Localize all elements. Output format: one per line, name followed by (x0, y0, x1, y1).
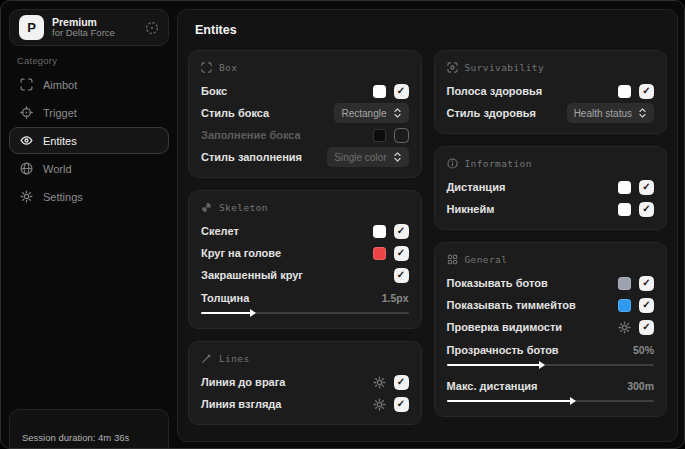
checkbox[interactable] (639, 298, 654, 313)
card-box: Box Бокс Стиль бокса Rectangle (188, 50, 422, 178)
dropdown-value: Rectangle (341, 108, 386, 119)
fill-style-dropdown[interactable]: Single color (327, 147, 408, 167)
checkbox[interactable] (394, 397, 409, 412)
color-swatch[interactable] (373, 247, 386, 260)
checkbox[interactable] (639, 202, 654, 217)
setting-label: Линия до врага (201, 376, 285, 388)
setting-row-health-style: Стиль здоровья Health status (447, 102, 655, 124)
color-swatch[interactable] (618, 277, 631, 290)
sidebar-item-world[interactable]: World (9, 155, 169, 182)
color-swatch[interactable] (618, 85, 631, 98)
setting-label: Закрашенный круг (201, 269, 303, 281)
status-circle-icon[interactable] (145, 21, 159, 35)
setting-label: Дистанция (447, 181, 506, 193)
setting-label: Проверка видимости (447, 321, 563, 333)
bot-opacity-slider[interactable] (447, 364, 655, 366)
setting-row-visibility-check: Проверка видимости (447, 316, 655, 338)
setting-row-enemy-line: Линия до врага (201, 371, 409, 393)
session-card: Session duration: 4m 36s (9, 409, 169, 449)
checkbox[interactable] (394, 224, 409, 239)
setting-label: Линия взгляда (201, 398, 281, 410)
color-swatch[interactable] (373, 129, 386, 142)
sidebar-item-settings[interactable]: Settings (9, 183, 169, 210)
left-column: Box Бокс Стиль бокса Rectangle (188, 50, 422, 425)
slider-thumb[interactable] (570, 397, 576, 405)
setting-row-distance: Дистанция (447, 176, 655, 198)
color-swatch[interactable] (618, 181, 631, 194)
card-header-label: Skeleton (219, 202, 268, 213)
checkbox[interactable] (394, 84, 409, 99)
gear-icon[interactable] (618, 321, 631, 334)
sidebar-item-label: Aimbot (43, 79, 77, 91)
setting-row-skeleton: Скелет (201, 220, 409, 242)
eye-icon (20, 134, 33, 147)
sidebar-item-label: Trigget (43, 107, 77, 119)
session-duration-text: Session duration: 4m 36s (22, 432, 129, 443)
setting-row-fill-style: Стиль заполнения Single color (201, 146, 409, 168)
gear-icon[interactable] (373, 376, 386, 389)
setting-label: Прозрачность ботов (447, 344, 559, 356)
checkbox[interactable] (394, 246, 409, 261)
setting-label: Показывать ботов (447, 277, 548, 289)
bone-icon (201, 202, 212, 213)
box-style-dropdown[interactable]: Rectangle (334, 103, 408, 123)
sidebar: P Premium for Delta Force Category Aimbo… (1, 1, 177, 448)
setting-label: Никнейм (447, 203, 495, 215)
setting-row-box: Бокс (201, 80, 409, 102)
sidebar-item-label: Entites (43, 135, 77, 147)
slider-thumb[interactable] (539, 361, 545, 369)
card-header-label: Lines (219, 353, 250, 364)
color-swatch[interactable] (373, 85, 386, 98)
brand-card: P Premium for Delta Force (9, 9, 169, 46)
setting-label: Стиль бокса (201, 107, 269, 119)
info-icon (447, 158, 458, 169)
setting-label: Скелет (201, 225, 239, 237)
checkbox[interactable] (639, 276, 654, 291)
checkbox[interactable] (639, 84, 654, 99)
checkbox[interactable] (639, 320, 654, 335)
sidebar-item-entites[interactable]: Entites (9, 127, 169, 154)
slider-group-thickness: Толщина 1.5px (201, 289, 409, 314)
setting-label: Стиль заполнения (201, 151, 302, 163)
setting-label: Показывать тиммейтов (447, 299, 576, 311)
sidebar-item-label: Settings (43, 191, 83, 203)
max-distance-slider[interactable] (447, 400, 655, 402)
checkbox[interactable] (639, 180, 654, 195)
category-label: Category (17, 55, 57, 66)
grid-icon (447, 254, 458, 265)
setting-label: Толщина (201, 292, 249, 304)
card-lines-header: Lines (201, 353, 409, 364)
setting-row-show-bots: Показывать ботов (447, 272, 655, 294)
card-information: Information Дистанция Никнейм (434, 146, 668, 230)
health-style-dropdown[interactable]: Health status (567, 103, 654, 123)
box-frame-icon (201, 62, 212, 73)
scan-frame-icon (20, 78, 33, 91)
slider-group-max-distance: Макс. дистанция 300m (447, 377, 655, 402)
sidebar-item-aimbot[interactable]: Aimbot (9, 71, 169, 98)
setting-label: Круг на голове (201, 247, 281, 259)
main-panel: Entites Box Бокс (177, 9, 678, 442)
card-header-label: General (465, 254, 508, 265)
brand-subtitle: for Delta Force (52, 28, 115, 39)
chevron-up-down-icon (393, 151, 402, 163)
thickness-slider[interactable] (201, 312, 409, 314)
checkbox[interactable] (394, 375, 409, 390)
slider-value: 1.5px (382, 292, 409, 304)
slider-thumb[interactable] (250, 309, 256, 317)
card-information-header: Information (447, 158, 655, 169)
checkbox[interactable] (394, 128, 409, 143)
sidebar-item-trigget[interactable]: Trigget (9, 99, 169, 126)
slider-group-bot-opacity: Прозрачность ботов 50% (447, 341, 655, 366)
setting-row-box-style: Стиль бокса Rectangle (201, 102, 409, 124)
checkbox[interactable] (394, 268, 409, 283)
card-skeleton: Skeleton Скелет Круг на голове (188, 190, 422, 329)
gear-icon[interactable] (373, 398, 386, 411)
scan-circle-icon (447, 62, 458, 73)
page-title: Entites (195, 23, 667, 37)
setting-row-show-teammates: Показывать тиммейтов (447, 294, 655, 316)
setting-label: Макс. дистанция (447, 380, 538, 392)
color-swatch[interactable] (373, 225, 386, 238)
color-swatch[interactable] (618, 299, 631, 312)
pencil-line-icon (201, 353, 212, 364)
color-swatch[interactable] (618, 203, 631, 216)
